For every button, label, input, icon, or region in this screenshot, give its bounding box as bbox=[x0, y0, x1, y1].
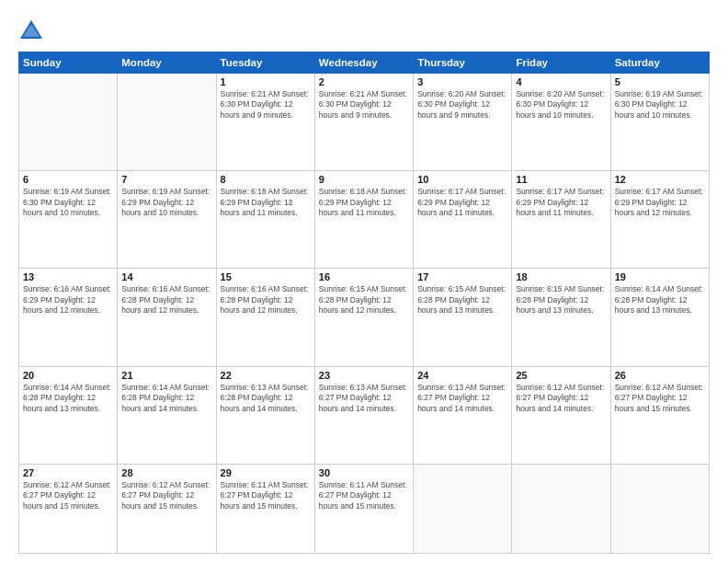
day-info: Sunrise: 6:15 AM Sunset: 6:28 PM Dayligh… bbox=[319, 284, 409, 316]
day-number: 24 bbox=[417, 370, 507, 381]
day-number: 28 bbox=[121, 467, 211, 478]
day-number: 18 bbox=[516, 271, 606, 282]
calendar-cell: 16Sunrise: 6:15 AM Sunset: 6:28 PM Dayli… bbox=[314, 269, 413, 366]
day-info: Sunrise: 6:16 AM Sunset: 6:29 PM Dayligh… bbox=[23, 284, 113, 316]
day-header-tuesday: Tuesday bbox=[216, 52, 314, 74]
day-info: Sunrise: 6:12 AM Sunset: 6:27 PM Dayligh… bbox=[516, 383, 606, 414]
day-number: 7 bbox=[121, 174, 211, 185]
logo-icon bbox=[18, 17, 44, 42]
calendar-cell bbox=[118, 74, 216, 171]
calendar-cell: 29Sunrise: 6:11 AM Sunset: 6:27 PM Dayli… bbox=[216, 464, 314, 553]
day-number: 3 bbox=[417, 76, 507, 87]
day-number: 10 bbox=[417, 174, 507, 185]
calendar-cell: 23Sunrise: 6:13 AM Sunset: 6:27 PM Dayli… bbox=[314, 366, 413, 464]
calendar-cell: 11Sunrise: 6:17 AM Sunset: 6:29 PM Dayli… bbox=[512, 171, 610, 269]
day-number: 22 bbox=[221, 370, 311, 381]
day-info: Sunrise: 6:13 AM Sunset: 6:27 PM Dayligh… bbox=[417, 383, 507, 414]
day-header-monday: Monday bbox=[118, 52, 216, 74]
calendar-cell: 2Sunrise: 6:21 AM Sunset: 6:30 PM Daylig… bbox=[314, 74, 413, 171]
week-row-5: 27Sunrise: 6:12 AM Sunset: 6:27 PM Dayli… bbox=[19, 464, 710, 553]
week-row-1: 1Sunrise: 6:21 AM Sunset: 6:30 PM Daylig… bbox=[19, 74, 710, 171]
calendar-cell bbox=[19, 74, 118, 171]
day-info: Sunrise: 6:14 AM Sunset: 6:28 PM Dayligh… bbox=[23, 383, 113, 414]
calendar-cell: 28Sunrise: 6:12 AM Sunset: 6:27 PM Dayli… bbox=[118, 464, 216, 553]
calendar-body: 1Sunrise: 6:21 AM Sunset: 6:30 PM Daylig… bbox=[19, 74, 710, 554]
day-header-sunday: Sunday bbox=[19, 52, 118, 74]
logo bbox=[18, 17, 48, 42]
week-row-4: 20Sunrise: 6:14 AM Sunset: 6:28 PM Dayli… bbox=[19, 366, 710, 464]
day-info: Sunrise: 6:16 AM Sunset: 6:28 PM Dayligh… bbox=[121, 284, 211, 316]
day-info: Sunrise: 6:14 AM Sunset: 6:28 PM Dayligh… bbox=[615, 284, 705, 316]
day-info: Sunrise: 6:20 AM Sunset: 6:30 PM Dayligh… bbox=[516, 89, 606, 121]
day-number: 26 bbox=[615, 370, 705, 381]
week-row-3: 13Sunrise: 6:16 AM Sunset: 6:29 PM Dayli… bbox=[19, 269, 710, 366]
day-number: 25 bbox=[516, 370, 606, 381]
day-number: 17 bbox=[417, 271, 507, 282]
day-header-friday: Friday bbox=[512, 52, 610, 74]
day-header-wednesday: Wednesday bbox=[314, 52, 413, 74]
calendar-cell: 27Sunrise: 6:12 AM Sunset: 6:27 PM Dayli… bbox=[19, 464, 118, 553]
calendar-cell: 14Sunrise: 6:16 AM Sunset: 6:28 PM Dayli… bbox=[118, 269, 216, 366]
day-info: Sunrise: 6:11 AM Sunset: 6:27 PM Dayligh… bbox=[319, 480, 409, 511]
calendar-cell: 22Sunrise: 6:13 AM Sunset: 6:28 PM Dayli… bbox=[216, 366, 314, 464]
day-info: Sunrise: 6:21 AM Sunset: 6:30 PM Dayligh… bbox=[319, 89, 409, 121]
day-number: 9 bbox=[319, 174, 409, 185]
calendar-cell: 6Sunrise: 6:19 AM Sunset: 6:30 PM Daylig… bbox=[19, 171, 118, 269]
day-info: Sunrise: 6:21 AM Sunset: 6:30 PM Dayligh… bbox=[221, 89, 311, 121]
calendar-cell bbox=[610, 464, 709, 553]
day-info: Sunrise: 6:19 AM Sunset: 6:30 PM Dayligh… bbox=[615, 89, 705, 121]
day-number: 2 bbox=[319, 76, 409, 87]
day-number: 1 bbox=[221, 76, 311, 87]
day-info: Sunrise: 6:18 AM Sunset: 6:29 PM Dayligh… bbox=[319, 187, 409, 218]
day-number: 8 bbox=[221, 174, 311, 185]
day-number: 14 bbox=[121, 271, 211, 282]
calendar-cell bbox=[414, 464, 512, 553]
calendar-cell: 24Sunrise: 6:13 AM Sunset: 6:27 PM Dayli… bbox=[414, 366, 512, 464]
day-number: 23 bbox=[319, 370, 409, 381]
day-info: Sunrise: 6:17 AM Sunset: 6:29 PM Dayligh… bbox=[615, 187, 705, 218]
calendar-cell: 15Sunrise: 6:16 AM Sunset: 6:28 PM Dayli… bbox=[216, 269, 314, 366]
day-header-saturday: Saturday bbox=[610, 52, 709, 74]
day-number: 6 bbox=[23, 174, 113, 185]
calendar-cell: 13Sunrise: 6:16 AM Sunset: 6:29 PM Dayli… bbox=[19, 269, 118, 366]
day-number: 12 bbox=[615, 174, 705, 185]
day-header-thursday: Thursday bbox=[414, 52, 512, 74]
calendar-cell: 17Sunrise: 6:15 AM Sunset: 6:28 PM Dayli… bbox=[414, 269, 512, 366]
calendar-cell: 25Sunrise: 6:12 AM Sunset: 6:27 PM Dayli… bbox=[512, 366, 610, 464]
calendar-cell: 26Sunrise: 6:12 AM Sunset: 6:27 PM Dayli… bbox=[610, 366, 709, 464]
day-info: Sunrise: 6:14 AM Sunset: 6:28 PM Dayligh… bbox=[121, 383, 211, 414]
day-number: 4 bbox=[516, 76, 606, 87]
day-info: Sunrise: 6:17 AM Sunset: 6:29 PM Dayligh… bbox=[516, 187, 606, 218]
day-number: 29 bbox=[221, 467, 311, 478]
calendar-cell: 21Sunrise: 6:14 AM Sunset: 6:28 PM Dayli… bbox=[118, 366, 216, 464]
calendar-cell: 19Sunrise: 6:14 AM Sunset: 6:28 PM Dayli… bbox=[610, 269, 709, 366]
day-number: 20 bbox=[23, 370, 113, 381]
header-row: SundayMondayTuesdayWednesdayThursdayFrid… bbox=[19, 52, 710, 74]
day-number: 16 bbox=[319, 271, 409, 282]
calendar-cell: 20Sunrise: 6:14 AM Sunset: 6:28 PM Dayli… bbox=[19, 366, 118, 464]
day-number: 5 bbox=[615, 76, 705, 87]
calendar-cell: 18Sunrise: 6:15 AM Sunset: 6:28 PM Dayli… bbox=[512, 269, 610, 366]
day-number: 21 bbox=[121, 370, 211, 381]
calendar-cell: 4Sunrise: 6:20 AM Sunset: 6:30 PM Daylig… bbox=[512, 74, 610, 171]
day-number: 30 bbox=[319, 467, 409, 478]
calendar-cell: 7Sunrise: 6:19 AM Sunset: 6:29 PM Daylig… bbox=[118, 171, 216, 269]
calendar-cell bbox=[512, 464, 610, 553]
calendar-cell: 1Sunrise: 6:21 AM Sunset: 6:30 PM Daylig… bbox=[216, 74, 314, 171]
week-row-2: 6Sunrise: 6:19 AM Sunset: 6:30 PM Daylig… bbox=[19, 171, 710, 269]
day-info: Sunrise: 6:13 AM Sunset: 6:27 PM Dayligh… bbox=[319, 383, 409, 414]
calendar-cell: 8Sunrise: 6:18 AM Sunset: 6:29 PM Daylig… bbox=[216, 171, 314, 269]
day-info: Sunrise: 6:11 AM Sunset: 6:27 PM Dayligh… bbox=[221, 480, 311, 511]
header bbox=[18, 17, 710, 42]
calendar-header: SundayMondayTuesdayWednesdayThursdayFrid… bbox=[19, 52, 710, 74]
day-number: 27 bbox=[23, 467, 113, 478]
day-info: Sunrise: 6:15 AM Sunset: 6:28 PM Dayligh… bbox=[417, 284, 507, 316]
calendar-cell: 5Sunrise: 6:19 AM Sunset: 6:30 PM Daylig… bbox=[610, 74, 709, 171]
calendar-cell: 9Sunrise: 6:18 AM Sunset: 6:29 PM Daylig… bbox=[314, 171, 413, 269]
day-info: Sunrise: 6:16 AM Sunset: 6:28 PM Dayligh… bbox=[221, 284, 311, 316]
day-number: 13 bbox=[23, 271, 113, 282]
day-info: Sunrise: 6:13 AM Sunset: 6:28 PM Dayligh… bbox=[221, 383, 311, 414]
day-number: 19 bbox=[615, 271, 705, 282]
day-info: Sunrise: 6:20 AM Sunset: 6:30 PM Dayligh… bbox=[417, 89, 507, 121]
day-info: Sunrise: 6:19 AM Sunset: 6:30 PM Dayligh… bbox=[23, 187, 113, 218]
